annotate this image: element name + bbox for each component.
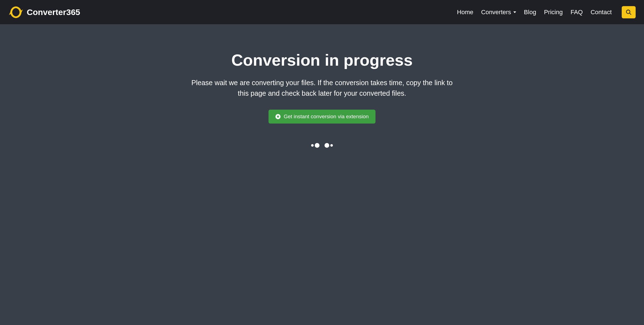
main-content: Conversion in progress Please wait we ar… (183, 24, 461, 148)
nav-converters[interactable]: Converters (481, 9, 516, 16)
page-subtitle: Please wait we are converting your files… (183, 78, 461, 99)
chevron-down-icon (513, 11, 516, 13)
page-title: Conversion in progress (183, 51, 461, 69)
nav-converters-label: Converters (481, 9, 511, 16)
chrome-icon (275, 114, 281, 119)
nav-contact[interactable]: Contact (591, 9, 612, 16)
search-icon (626, 9, 632, 15)
nav-faq[interactable]: FAQ (570, 9, 583, 16)
loader-dot-group (311, 143, 319, 148)
extension-button-label: Get instant conversion via extension (284, 114, 369, 120)
nav-pricing[interactable]: Pricing (544, 9, 563, 16)
nav: Home Converters Blog Pricing FAQ Contact (457, 6, 636, 18)
nav-blog[interactable]: Blog (524, 9, 536, 16)
logo[interactable]: Converter365 (8, 5, 80, 20)
search-button[interactable] (622, 6, 636, 18)
nav-home[interactable]: Home (457, 9, 474, 16)
loader-dot (330, 144, 333, 147)
loader-dot (325, 143, 329, 148)
get-extension-button[interactable]: Get instant conversion via extension (269, 110, 375, 124)
loader-dot (315, 143, 319, 148)
logo-icon (8, 5, 23, 20)
loading-indicator (183, 143, 461, 148)
loader-dot (311, 144, 314, 147)
logo-text: Converter365 (27, 8, 80, 17)
loader-dot-group (325, 143, 333, 148)
header: Converter365 Home Converters Blog Pricin… (0, 0, 644, 24)
svg-line-1 (630, 13, 631, 14)
